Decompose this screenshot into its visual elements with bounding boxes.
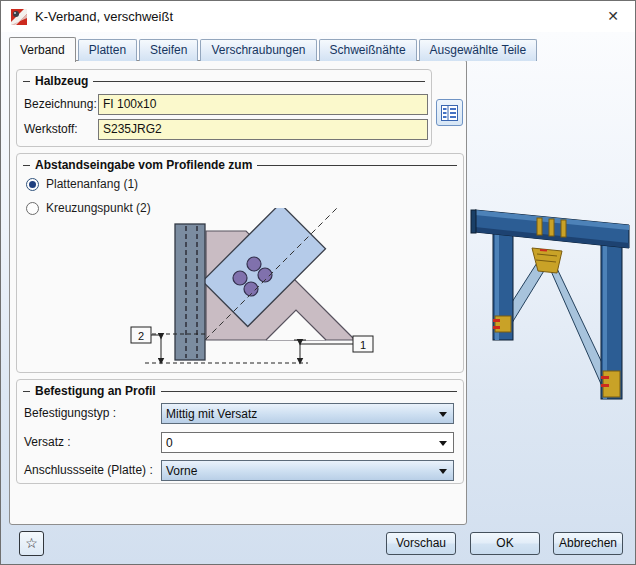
dropdown-arrow-icon bbox=[439, 469, 447, 474]
versatz-value: 0 bbox=[166, 436, 173, 450]
profile-catalog-button[interactable] bbox=[436, 99, 463, 126]
bezeichnung-label: Bezeichnung: bbox=[24, 97, 97, 111]
stiffener-plate bbox=[549, 219, 554, 236]
group-befestigung: Befestigung an Profil Befestigungstyp : … bbox=[16, 379, 464, 484]
group-abstandseingabe: Abstandseingabe vom Profilende zum Platt… bbox=[16, 153, 464, 373]
ok-button[interactable]: OK bbox=[470, 532, 540, 555]
dimension-2-label: 2 bbox=[138, 330, 144, 342]
radio-kreuzungspunkt-circle[interactable] bbox=[26, 202, 39, 215]
stiffener-plate bbox=[561, 220, 566, 237]
vorschau-button[interactable]: Vorschau bbox=[386, 532, 456, 555]
befestigungstyp-dropdown[interactable]: Mittig mit Versatz bbox=[161, 403, 454, 424]
anschlussseite-dropdown[interactable]: Vorne bbox=[161, 460, 454, 481]
bezeichnung-input[interactable]: FI 100x10 bbox=[98, 94, 428, 115]
frame-3d-preview bbox=[467, 166, 635, 411]
versatz-combobox[interactable]: 0 bbox=[161, 432, 454, 453]
tab-verschraubungen[interactable]: Verschraubungen bbox=[200, 39, 316, 61]
radio-plattenanfang-circle[interactable] bbox=[26, 178, 39, 191]
tab-platten[interactable]: Platten bbox=[78, 39, 137, 61]
group-halbzeug: Halbzeug Bezeichnung: FI 100x10 Werkstof… bbox=[16, 69, 432, 147]
left-base-plate bbox=[495, 316, 511, 332]
stiffener-plate bbox=[537, 218, 542, 235]
favorites-button[interactable]: ☆ bbox=[19, 531, 44, 556]
dropdown-arrow-icon bbox=[439, 441, 447, 446]
title-bar: K-Verband, verschweißt ✕ bbox=[1, 1, 635, 32]
group-befestigung-header: Befestigung an Profil bbox=[23, 384, 457, 398]
tab-schweissnaehte[interactable]: Schweißnähte bbox=[319, 39, 417, 61]
versatz-label: Versatz : bbox=[24, 435, 71, 449]
tab-steifen[interactable]: Steifen bbox=[139, 39, 198, 61]
radio-plattenanfang[interactable]: Plattenanfang (1) bbox=[26, 176, 138, 192]
group-halbzeug-header: Halbzeug bbox=[23, 74, 425, 88]
anschlussseite-label: Anschlussseite (Platte) : bbox=[24, 463, 153, 477]
dialog-window: K-Verband, verschweißt ✕ Verband Platten… bbox=[0, 0, 636, 565]
close-button[interactable]: ✕ bbox=[599, 4, 627, 28]
befestigungstyp-value: Mittig mit Versatz bbox=[166, 407, 257, 421]
column-shape bbox=[175, 224, 205, 360]
tab-page-verband: Halbzeug Bezeichnung: FI 100x10 Werkstof… bbox=[9, 60, 467, 525]
werkstoff-input[interactable]: S235JRG2 bbox=[98, 119, 428, 140]
group-halbzeug-title: Halbzeug bbox=[35, 74, 88, 88]
abbrechen-button[interactable]: Abbrechen bbox=[553, 532, 623, 555]
profile-catalog-icon bbox=[441, 105, 458, 121]
tab-ausgewaehlte-teile[interactable]: Ausgewählte Teile bbox=[419, 39, 538, 61]
werkstoff-label: Werkstoff: bbox=[24, 122, 78, 136]
tab-verband[interactable]: Verband bbox=[9, 37, 76, 62]
dimension-1-label: 1 bbox=[360, 339, 366, 351]
app-icon bbox=[11, 9, 27, 25]
connection-detail-diagram: 2 1 bbox=[113, 208, 383, 368]
bolt-icon bbox=[233, 271, 247, 285]
group-abstandseingabe-header: Abstandseingabe vom Profilende zum bbox=[23, 158, 457, 172]
befestigungstyp-label: Befestigungstyp : bbox=[24, 406, 116, 420]
radio-plattenanfang-label: Plattenanfang (1) bbox=[46, 177, 138, 191]
bolt-icon bbox=[247, 257, 261, 271]
tab-strip: Verband Platten Steifen Verschraubungen … bbox=[9, 37, 539, 61]
group-abstandseingabe-title: Abstandseingabe vom Profilende zum bbox=[35, 158, 252, 172]
star-icon: ☆ bbox=[25, 535, 38, 551]
dropdown-arrow-icon bbox=[439, 412, 447, 417]
anschlussseite-value: Vorne bbox=[166, 464, 197, 478]
window-title: K-Verband, verschweißt bbox=[35, 9, 173, 24]
group-befestigung-title: Befestigung an Profil bbox=[35, 384, 156, 398]
